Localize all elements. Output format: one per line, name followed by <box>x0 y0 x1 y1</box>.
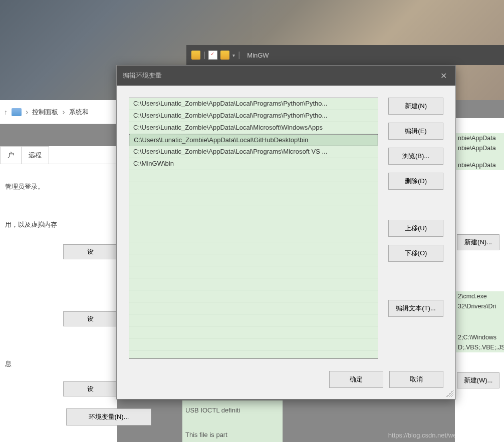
watermark: https://blog.csdn.net/weixin_43627118 <box>388 431 499 439</box>
dialog-titlebar: 编辑环境变量 ✕ <box>117 66 455 86</box>
dialog-footer: 确定 取消 <box>117 371 455 400</box>
dialog-button-column: 新建(N) 编辑(E) 浏览(B)... 删除(D) 上移(U) 下移(O) 编… <box>388 98 443 359</box>
code-line: USB IOCTL definiti <box>185 406 280 414</box>
code-preview: USB IOCTL definiti This file is part <box>182 400 283 442</box>
cancel-button[interactable]: 取消 <box>389 371 443 388</box>
close-icon[interactable]: ✕ <box>437 71 449 81</box>
edit-env-var-dialog: 编辑环境变量 ✕ C:\Users\Lunatic_Zombie\AppData… <box>116 65 456 399</box>
breadcrumb-item[interactable]: 系统和 <box>69 108 89 117</box>
path-row-empty[interactable] <box>129 170 378 182</box>
address-bar: ↑ › 控制面板 › 系统和 <box>0 100 118 124</box>
new-button[interactable]: 新建(W)... <box>457 372 499 388</box>
env-value-cell[interactable]: 32\Drivers\Dri <box>455 301 504 311</box>
env-value-cell[interactable]: nbie\AppData <box>455 143 504 153</box>
explorer-titlebar: | ▾ | MinGW <box>186 45 504 65</box>
chevron-right-icon: › <box>26 108 28 117</box>
new-button[interactable]: 新建(N) <box>388 98 443 115</box>
tab-remote[interactable]: 远程 <box>21 146 49 164</box>
path-row[interactable]: C:\Users\Lunatic_Zombie\AppData\Local\Mi… <box>129 122 378 134</box>
settings-button[interactable]: 设 <box>63 244 117 259</box>
path-row[interactable]: C:\MinGW\bin <box>129 158 378 170</box>
env-value-cell[interactable]: nbie\AppData <box>455 160 504 170</box>
ok-button[interactable]: 确定 <box>329 371 383 388</box>
edit-text-button[interactable]: 编辑文本(T)... <box>388 300 443 317</box>
env-vars-window-right: nbie\AppData nbie\AppData nbie\AppData 新… <box>455 118 504 442</box>
virtual-memory-text: 用，以及虚拟内存 <box>0 217 117 232</box>
env-value-cell[interactable]: nbie\AppData <box>455 133 504 143</box>
path-row-empty[interactable] <box>129 278 378 290</box>
env-value-cell[interactable]: 2;C:\Windows <box>455 332 504 342</box>
path-row-selected[interactable]: C:\Users\Lunatic_Zombie\AppData\Local\Gi… <box>129 134 378 146</box>
env-value-cell[interactable] <box>455 153 504 160</box>
path-row-empty[interactable] <box>129 182 378 194</box>
path-listbox[interactable]: C:\Users\Lunatic_Zombie\AppData\Local\Pr… <box>129 98 378 359</box>
move-up-button[interactable]: 上移(U) <box>388 220 443 237</box>
path-row[interactable]: C:\Users\Lunatic_Zombie\AppData\Local\Pr… <box>129 146 378 158</box>
separator: | <box>238 51 240 60</box>
separator: | <box>203 51 205 60</box>
path-row-empty[interactable] <box>129 218 378 230</box>
settings-button[interactable]: 设 <box>63 381 117 396</box>
path-row[interactable]: C:\Users\Lunatic_Zombie\AppData\Local\Pr… <box>129 98 378 110</box>
tab-user[interactable]: 户 <box>0 146 22 164</box>
properties-icon <box>208 51 217 60</box>
move-down-button[interactable]: 下移(O) <box>388 245 443 262</box>
env-value-cell[interactable] <box>455 311 504 332</box>
path-row-empty[interactable] <box>129 302 378 314</box>
path-row-empty[interactable] <box>129 242 378 254</box>
path-row-empty[interactable] <box>129 266 378 278</box>
chevron-right-icon: › <box>62 108 65 117</box>
code-line: This file is part <box>185 431 280 438</box>
folder-icon <box>191 51 200 60</box>
path-row-empty[interactable] <box>129 326 378 338</box>
environment-variables-button[interactable]: 环境变量(N)... <box>66 408 151 425</box>
edit-button[interactable]: 编辑(E) <box>388 123 443 140</box>
browse-button[interactable]: 浏览(B)... <box>388 148 443 165</box>
info-text: 息 <box>0 356 117 371</box>
path-row-empty[interactable] <box>129 194 378 206</box>
folder-icon <box>220 51 229 60</box>
dialog-title: 编辑环境变量 <box>123 71 437 80</box>
admin-login-text: 管理员登录。 <box>0 179 117 194</box>
env-value-cell[interactable]: D;.VBS;.VBE;.JS <box>455 342 504 352</box>
system-properties-panel: 户 远程 管理员登录。 用，以及虚拟内存 设 设 息 设 环境变量(N)... <box>0 146 117 442</box>
new-button[interactable]: 新建(N)... <box>457 234 499 250</box>
up-arrow-icon[interactable]: ↑ <box>4 108 8 116</box>
breadcrumb-item[interactable]: 控制面板 <box>32 108 58 117</box>
delete-button[interactable]: 删除(D) <box>388 173 443 190</box>
window-title: MinGW <box>247 52 269 59</box>
path-row-empty[interactable] <box>129 314 378 326</box>
settings-button[interactable]: 设 <box>63 311 117 326</box>
path-row-empty[interactable] <box>129 206 378 218</box>
path-row-empty[interactable] <box>129 338 378 350</box>
path-row[interactable]: C:\Users\Lunatic_Zombie\AppData\Local\Pr… <box>129 110 378 122</box>
control-panel-icon <box>12 108 22 116</box>
path-row-empty[interactable] <box>129 254 378 266</box>
path-row-empty[interactable] <box>129 230 378 242</box>
env-value-cell[interactable]: 2\cmd.exe <box>455 291 504 301</box>
tab-strip: 户 远程 <box>0 146 117 164</box>
chevron-down-icon[interactable]: ▾ <box>232 53 235 58</box>
path-row-empty[interactable] <box>129 290 378 302</box>
resize-grip-icon[interactable] <box>446 390 453 397</box>
